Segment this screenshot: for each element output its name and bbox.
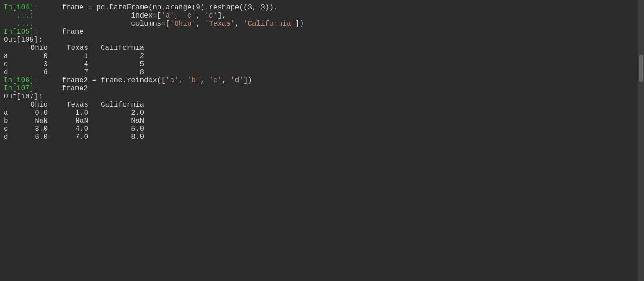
index-c-str: 'c' — [183, 12, 196, 20]
table2-texas-header: Texas — [53, 101, 94, 109]
table2-row-d-texas: 7.0 — [53, 133, 94, 141]
table2-row-d-idx: d — [4, 133, 17, 141]
index-a-str: 'a' — [161, 12, 174, 20]
table2-row-a-ohio: 0.0 — [17, 109, 53, 117]
table1-row-a-texas: 1 — [53, 52, 94, 60]
in104-code: frame = pd.DataFrame(np.arange(9).reshap… — [58, 4, 278, 12]
table2-row-c-texas: 4.0 — [53, 125, 94, 133]
table2-row-b-california: NaN — [94, 117, 148, 125]
table2-row-b: bNaNNaNNaN — [0, 117, 638, 125]
table2-row-b-idx: b — [4, 117, 17, 125]
table1-row-a-idx: a — [4, 52, 17, 60]
continuation1-line: ...: index=['a', 'c', 'd'], — [0, 12, 638, 20]
table1-row-c-texas: 4 — [53, 60, 94, 68]
scrollbar[interactable] — [638, 0, 644, 281]
in107-code: frame2 — [58, 85, 88, 93]
table2-row-a-texas: 1.0 — [53, 109, 94, 117]
table2-row-c-california: 5.0 — [94, 125, 148, 133]
in106-code: frame2 = frame.reindex(['a', 'b', 'c', '… — [58, 76, 252, 85]
reindex-a-str: 'a' — [166, 76, 179, 85]
table1-header: OhioTexasCalifornia — [0, 44, 638, 52]
reindex-b-str: 'b' — [187, 76, 200, 85]
table2-row-a-idx: a — [4, 109, 17, 117]
table2-row-a-california: 2.0 — [94, 109, 148, 117]
in107-line: In[107]: frame2 — [0, 85, 638, 93]
in105-line: In[105]: frame — [0, 28, 638, 36]
continuation1-code: index=['a', 'c', 'd'], — [58, 12, 226, 20]
in106-line: In[106]: frame2 = frame.reindex(['a', 'b… — [0, 76, 638, 85]
out107-line: Out[107]: — [0, 93, 638, 101]
table1-row-d: d678 — [0, 68, 638, 76]
scrollbar-thumb[interactable] — [639, 55, 643, 82]
out107-prompt: Out[107]: — [4, 93, 58, 101]
continuation2-code: columns=['Ohio', 'Texas', 'California']) — [58, 20, 304, 28]
table2-ohio-header: Ohio — [17, 101, 53, 109]
table1-row-d-texas: 7 — [53, 68, 94, 76]
table1-row-a-california: 2 — [94, 52, 148, 60]
col-ohio-str: 'Ohio' — [170, 20, 196, 28]
content-area: In[104]: frame = pd.DataFrame(np.arange(… — [0, 0, 638, 281]
index-d-str: 'd' — [204, 12, 217, 20]
table1-california-header: California — [94, 44, 148, 52]
in106-prompt: In[106]: — [4, 76, 58, 85]
reindex-d-str: 'd' — [230, 76, 243, 85]
table1-row-c-ohio: 3 — [17, 60, 53, 68]
table2-row-c: c3.04.05.0 — [0, 125, 638, 133]
reindex-c-str: 'c' — [209, 76, 222, 85]
in105-code: frame — [58, 28, 84, 36]
in105-prompt: In[105]: — [4, 28, 58, 36]
table1-ohio-header: Ohio — [17, 44, 53, 52]
out105-line: Out[105]: — [0, 36, 638, 44]
continuation2-prompt: ...: — [4, 20, 58, 28]
table1-texas-header: Texas — [53, 44, 94, 52]
col-california-str: 'California' — [243, 20, 295, 28]
table2-row-b-texas: NaN — [53, 117, 94, 125]
table2-row-d-california: 8.0 — [94, 133, 148, 141]
table2-row-a: a0.01.02.0 — [0, 109, 638, 117]
in104-prompt: In[104]: — [4, 4, 58, 12]
notebook-container: In[104]: frame = pd.DataFrame(np.arange(… — [0, 0, 644, 281]
table1-row-c-idx: c — [4, 60, 17, 68]
out105-prompt: Out[105]: — [4, 36, 58, 44]
table1-row-a: a012 — [0, 52, 638, 60]
in107-prompt: In[107]: — [4, 85, 58, 93]
table2-row-b-ohio: NaN — [17, 117, 53, 125]
in104-line1: In[104]: frame = pd.DataFrame(np.arange(… — [0, 4, 638, 12]
table1-row-d-california: 8 — [94, 68, 148, 76]
continuation2-line: ...: columns=['Ohio', 'Texas', 'Californ… — [0, 20, 638, 28]
continuation1-prompt: ...: — [4, 12, 58, 20]
table2-row-c-idx: c — [4, 125, 17, 133]
table1-row-a-ohio: 0 — [17, 52, 53, 60]
table2-row-d: d6.07.08.0 — [0, 133, 638, 141]
table2-row-d-ohio: 6.0 — [17, 133, 53, 141]
table1-row-d-ohio: 6 — [17, 68, 53, 76]
table1-row-d-idx: d — [4, 68, 17, 76]
table2-header: OhioTexasCalifornia — [0, 101, 638, 109]
table2-row-c-ohio: 3.0 — [17, 125, 53, 133]
col-texas-str: 'Texas' — [204, 20, 234, 28]
table1-row-c-california: 5 — [94, 60, 148, 68]
table2-california-header: California — [94, 101, 148, 109]
table1-row-c: c345 — [0, 60, 638, 68]
